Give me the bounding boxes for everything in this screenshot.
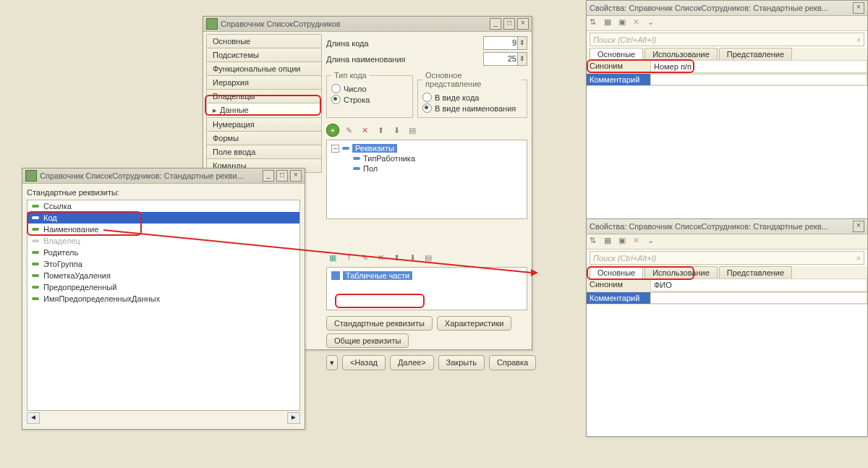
main-repr-fieldset: Основное представление В виде кода В вид…: [417, 71, 527, 118]
left-titlebar[interactable]: Справочник СписокСотрудников: Стандартны…: [22, 169, 305, 184]
name-len-input[interactable]: 25: [483, 52, 527, 66]
std-requisites-button[interactable]: Стандартные реквизиты: [326, 316, 433, 331]
clear-icon[interactable]: ✕: [633, 17, 644, 29]
help-button[interactable]: Справка: [489, 355, 536, 370]
filter-icon[interactable]: ▣: [618, 17, 630, 29]
close-icon[interactable]: ×: [853, 221, 864, 232]
properties-panel-code: Свойства: Справочник СписокСотрудников: …: [586, 0, 868, 220]
app-icon: [206, 18, 218, 30]
tab-ierarkhiya[interactable]: Иерархия: [206, 75, 322, 89]
common-requisites-button[interactable]: Общие реквизиты: [326, 333, 409, 348]
tab-pole-vvoda[interactable]: Поле ввода: [206, 145, 322, 158]
tab-ispolzovanie[interactable]: Использование: [644, 266, 718, 278]
tab-func-opts[interactable]: Функциональные опции: [206, 61, 322, 75]
comment-input[interactable]: [650, 74, 867, 85]
main-titlebar[interactable]: Справочник СписокСотрудников _ □ ×: [203, 17, 532, 32]
prop-key: Синоним: [587, 278, 650, 292]
tab-osnovnye[interactable]: Основные: [206, 34, 322, 48]
prev-button[interactable]: <Назад: [342, 355, 386, 370]
prop-toolbar: ⇅ ▦ ▣ ✕ ⌄: [587, 234, 867, 250]
expand-icon[interactable]: ⌄: [647, 17, 659, 29]
tree-item[interactable]: ТипРаботника: [363, 154, 415, 163]
main-title: Справочник СписокСотрудников: [221, 17, 490, 31]
main-vertical-tabs: Основные Подсистемы Функциональные опции…: [206, 34, 322, 173]
edit-icon[interactable]: ✎: [342, 124, 355, 137]
comment-input[interactable]: [650, 292, 867, 304]
tab-ispolzovanie[interactable]: Использование: [644, 48, 718, 60]
tab-predstavlenie[interactable]: Представление: [719, 266, 792, 278]
clear-search-icon[interactable]: ×: [856, 35, 861, 44]
actions-menu-button[interactable]: ▾: [326, 355, 338, 370]
up-icon[interactable]: ⬆: [374, 124, 387, 137]
tab-osnovnye[interactable]: Основные: [590, 48, 643, 60]
minimize-button[interactable]: _: [490, 18, 501, 30]
prop-search[interactable]: Поиск (Ctrl+Alt+I)×: [590, 33, 864, 46]
prop-search[interactable]: Поиск (Ctrl+Alt+I)×: [590, 251, 864, 265]
filter-icon[interactable]: ▣: [618, 236, 630, 247]
tab-formy[interactable]: Формы: [206, 131, 322, 145]
sort-icon[interactable]: ⇅: [590, 236, 601, 247]
clear-search-icon[interactable]: ×: [856, 254, 861, 263]
next-button[interactable]: Далее>: [390, 355, 434, 370]
tab-numeratsiya[interactable]: Нумерация: [206, 117, 322, 131]
close-icon[interactable]: ×: [853, 2, 864, 14]
tab-vladeltsy[interactable]: Владельцы: [206, 89, 322, 103]
prop-row-synonym: Синоним Номер п/п: [587, 60, 867, 74]
tab-dannye[interactable]: ▸Данные: [206, 103, 322, 117]
maximize-button[interactable]: □: [276, 170, 288, 182]
list-icon[interactable]: ▤: [406, 124, 419, 137]
maximize-button[interactable]: □: [503, 18, 515, 30]
prop-row-comment: Комментарий: [587, 292, 867, 305]
characteristics-button[interactable]: Характеристики: [437, 316, 512, 331]
main-repr-legend: Основное представление: [422, 71, 522, 88]
prop1-title: Свойства: Справочник СписокСотрудников: …: [590, 1, 853, 15]
tab-predstavlenie[interactable]: Представление: [719, 48, 792, 60]
cat-icon[interactable]: ▦: [604, 236, 616, 247]
radio-string[interactable]: Строка: [331, 95, 408, 104]
prop2-title: Свойства: Справочник СписокСотрудников: …: [590, 219, 853, 234]
sort-icon[interactable]: ⇅: [590, 17, 601, 29]
close-button[interactable]: Закрыть: [438, 355, 485, 370]
prop-key: Комментарий: [587, 292, 650, 304]
radio-number[interactable]: Число: [331, 84, 408, 93]
list-item: ЭтоГруппа: [27, 258, 299, 270]
tree-item[interactable]: Пол: [363, 164, 378, 173]
main-form-area: Длина кода 9 Длина наименования 25 Тип к…: [326, 34, 527, 370]
prop1-titlebar[interactable]: Свойства: Справочник СписокСотрудников: …: [587, 1, 867, 16]
prop-toolbar: ⇅ ▦ ▣ ✕ ⌄: [587, 16, 867, 31]
add-icon[interactable]: +: [326, 124, 339, 137]
code-len-input[interactable]: 9: [483, 36, 527, 50]
close-button[interactable]: ×: [517, 18, 529, 30]
scroll-right-icon[interactable]: ►: [287, 412, 300, 424]
prop-key: Комментарий: [587, 74, 650, 85]
list-label: Стандартные реквизиты:: [27, 188, 300, 197]
list-item: ИмяПредопределенныхДанных: [27, 293, 299, 305]
tab-osnovnye[interactable]: Основные: [590, 266, 643, 278]
synonym-input[interactable]: ФИО: [650, 278, 867, 292]
radio-as-code[interactable]: В виде кода: [422, 93, 522, 102]
radio-as-name[interactable]: В виде наименования: [422, 103, 522, 113]
code-len-label: Длина кода: [326, 39, 483, 48]
synonym-input[interactable]: Номер п/п: [650, 60, 867, 73]
std-requisites-list[interactable]: Ссылка Код Наименование Владелец Родител…: [27, 200, 300, 411]
tabparts-root[interactable]: Табличные части: [343, 271, 412, 280]
delete-icon[interactable]: ✕: [358, 124, 371, 137]
scroll-left-icon[interactable]: ◄: [27, 412, 40, 424]
minimize-button[interactable]: _: [263, 170, 274, 182]
tab-podsistemy[interactable]: Подсистемы: [206, 48, 322, 61]
requisites-tree[interactable]: –Реквизиты ТипРаботника Пол: [326, 140, 527, 219]
clear-icon[interactable]: ✕: [633, 236, 644, 247]
h-scrollbar[interactable]: ◄ ►: [27, 412, 300, 424]
prop2-titlebar[interactable]: Свойства: Справочник СписокСотрудников: …: [587, 219, 867, 234]
cat-icon[interactable]: ▦: [604, 17, 616, 29]
properties-panel-name: Свойства: Справочник СписокСотрудников: …: [586, 218, 868, 437]
tabparts-tree[interactable]: Табличные части: [326, 267, 527, 310]
close-button[interactable]: ×: [290, 170, 302, 182]
list-item-selected: Код: [27, 212, 299, 224]
tree-root[interactable]: Реквизиты: [352, 144, 397, 153]
expand-icon[interactable]: ⌄: [647, 236, 659, 247]
collapse-icon[interactable]: –: [331, 145, 339, 153]
down-icon[interactable]: ⬇: [390, 124, 403, 137]
std-requisites-dialog: Справочник СписокСотрудников: Стандартны…: [22, 168, 305, 430]
edit-icon[interactable]: ✎: [358, 251, 371, 264]
